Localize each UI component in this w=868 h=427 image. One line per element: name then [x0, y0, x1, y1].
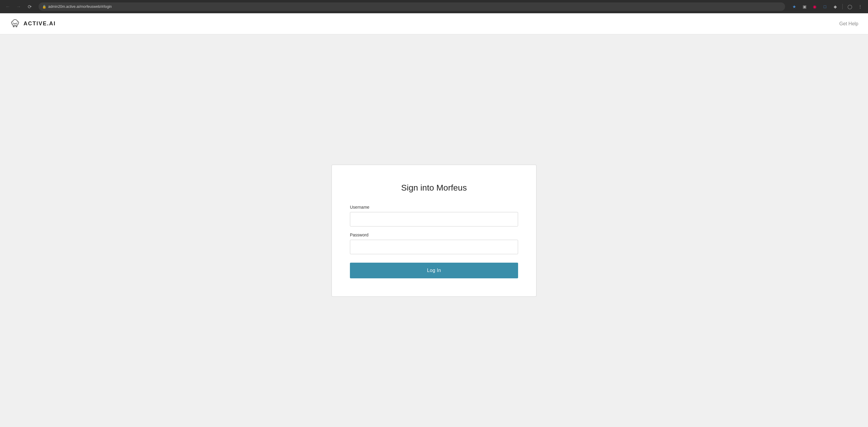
url-text: admin20m.active.ai/morfeusweb/#/login — [48, 4, 112, 9]
forward-button[interactable]: → — [14, 2, 23, 11]
login-button[interactable]: Log In — [350, 263, 518, 278]
extension-red-icon[interactable]: ◉ — [810, 2, 819, 11]
top-nav: ACTIVE.AI Get Help — [0, 13, 868, 34]
login-title: Sign into Morfeus — [350, 183, 518, 193]
logo-container: ACTIVE.AI — [10, 19, 56, 29]
username-group: Username — [350, 205, 518, 226]
brain-icon — [10, 19, 21, 29]
lock-icon: 🔒 — [42, 5, 46, 9]
logo-text: ACTIVE.AI — [24, 21, 56, 27]
browser-chrome: ← → ⟳ 🔒 admin20m.active.ai/morfeusweb/#/… — [0, 0, 868, 13]
toolbar-separator — [842, 4, 843, 9]
extension-blue-icon[interactable]: □ — [821, 2, 829, 11]
profile-icon[interactable]: ◯ — [846, 2, 854, 11]
reload-button[interactable]: ⟳ — [25, 2, 34, 11]
get-help-link[interactable]: Get Help — [839, 21, 858, 27]
password-input[interactable] — [350, 240, 518, 254]
menu-icon[interactable]: ⋮ — [856, 2, 864, 11]
username-input[interactable] — [350, 212, 518, 226]
password-label: Password — [350, 233, 518, 237]
back-button[interactable]: ← — [4, 2, 12, 11]
login-card: Sign into Morfeus Username Password Log … — [332, 165, 536, 297]
browser-toolbar: ★ ▣ ◉ □ ◆ ◯ ⋮ — [790, 2, 864, 11]
address-bar[interactable]: 🔒 admin20m.active.ai/morfeusweb/#/login — [38, 2, 785, 11]
extensions-icon[interactable]: ▣ — [800, 2, 809, 11]
main-content: Sign into Morfeus Username Password Log … — [0, 34, 868, 427]
password-group: Password — [350, 233, 518, 254]
extension-teal-icon[interactable]: ◆ — [831, 2, 839, 11]
bookmark-icon[interactable]: ★ — [790, 2, 798, 11]
username-label: Username — [350, 205, 518, 210]
